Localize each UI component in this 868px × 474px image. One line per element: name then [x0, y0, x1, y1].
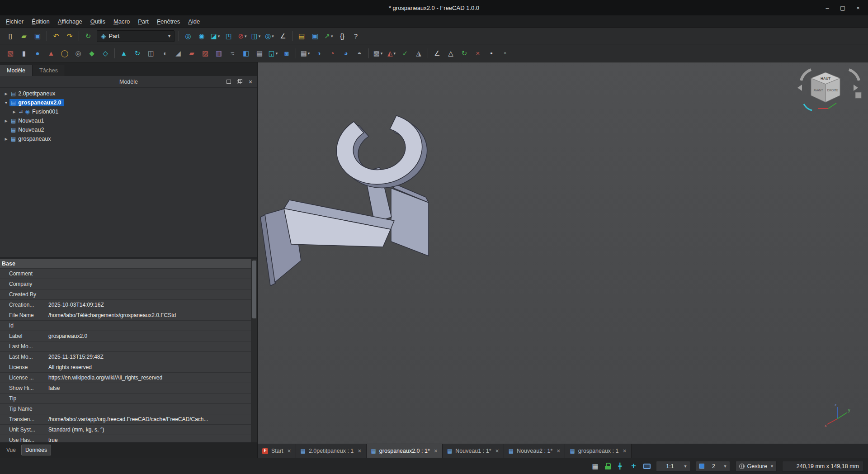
- property-row-transien...[interactable]: Transien.../home/labo/.var/app/org.freec…: [0, 414, 251, 425]
- nav-style-selector[interactable]: Gesture: [736, 461, 777, 472]
- part-fillet-button[interactable]: ◖: [158, 47, 171, 60]
- document-tab-nouveau1-1[interactable]: Nouveau1 : 1*: [443, 444, 504, 458]
- part-defeaturing-button[interactable]: ◮: [412, 47, 425, 60]
- close-button[interactable]: ×: [852, 2, 864, 13]
- macro-stack-button[interactable]: ▤: [295, 30, 308, 43]
- measure-toggle-3d-button[interactable]: ▫: [499, 47, 511, 60]
- part-chamfer-button[interactable]: ◢: [172, 47, 184, 60]
- std-views-button[interactable]: ◫: [250, 30, 262, 43]
- measure-toggle-button[interactable]: ▪: [485, 47, 498, 60]
- menu-fichier[interactable]: Fichier: [2, 15, 28, 28]
- file-new-button[interactable]: ▯: [4, 30, 17, 43]
- tree-item-fusion001[interactable]: Fusion001: [0, 107, 257, 116]
- menu-aide[interactable]: Aide: [184, 15, 204, 28]
- add-selection-icon[interactable]: [630, 462, 638, 470]
- screen-icon[interactable]: [643, 464, 651, 469]
- 3d-model[interactable]: [258, 99, 448, 298]
- expander-icon[interactable]: [3, 101, 9, 105]
- close-tab-icon[interactable]: [287, 447, 291, 455]
- view-fit-selection-button[interactable]: ◉: [195, 30, 208, 43]
- navcube-menu-cube-icon[interactable]: [855, 92, 861, 98]
- maximize-button[interactable]: ▢: [836, 2, 849, 13]
- part-compound-button[interactable]: ▦: [299, 47, 311, 60]
- part-primitives-button[interactable]: ◆: [85, 47, 98, 60]
- property-row-tip-name[interactable]: Tip Name: [0, 404, 251, 414]
- measure-refresh-button[interactable]: ↻: [458, 47, 471, 60]
- menu-part[interactable]: Part: [134, 15, 153, 28]
- property-row-created-by[interactable]: Created By: [0, 289, 251, 300]
- expander-icon[interactable]: [3, 119, 9, 123]
- part-section-button[interactable]: ◧: [240, 47, 252, 60]
- rotate-left-arrow-icon[interactable]: [801, 70, 811, 81]
- document-tab-nouveau2-1[interactable]: Nouveau2 : 1*: [504, 444, 566, 458]
- zoom-tools-button[interactable]: ◎: [263, 30, 276, 43]
- part-extrude-button[interactable]: ▲: [118, 47, 130, 60]
- property-row-company[interactable]: Company: [0, 279, 251, 289]
- part-split-button[interactable]: ◭: [385, 47, 398, 60]
- property-row-unit-syst...[interactable]: Unit Syst...Standard (mm, kg, s, °): [0, 425, 251, 435]
- document-tab-2.0petitpaneux-1[interactable]: 2.0petitpaneux : 1: [296, 444, 367, 458]
- property-row-last-mo...[interactable]: Last Mo...: [0, 341, 251, 352]
- view-sync-button[interactable]: ◳: [222, 30, 235, 43]
- nav-right-ar[interactable]: [854, 85, 858, 91]
- view-refresh-button[interactable]: ↻: [82, 30, 94, 43]
- part-makeface-button[interactable]: ▰: [185, 47, 198, 60]
- property-row-tip[interactable]: Tip: [0, 393, 251, 404]
- part-sweep-button[interactable]: ≈: [226, 47, 239, 60]
- menu-macro[interactable]: Macro: [109, 15, 134, 28]
- dock-close-button[interactable]: [247, 79, 254, 85]
- part-offset-button[interactable]: ◱: [267, 47, 279, 60]
- menu-affichage[interactable]: Affichage: [54, 15, 86, 28]
- close-tab-icon[interactable]: [557, 447, 560, 455]
- property-row-file-name[interactable]: File Name/home/labo/Téléchargements/gros…: [0, 310, 251, 321]
- property-row-use-has...[interactable]: Use Has...true: [0, 435, 251, 442]
- view-fit-all-button[interactable]: ◎: [182, 30, 194, 43]
- close-tab-icon[interactable]: [495, 447, 499, 455]
- tab-vue[interactable]: Vue: [3, 445, 19, 455]
- property-row-creation...[interactable]: Creation...2025-10-03T14:09:16Z: [0, 300, 251, 310]
- draw-style-button[interactable]: ◪: [209, 30, 222, 43]
- file-save-button[interactable]: ▣: [31, 30, 44, 43]
- part-loft-button[interactable]: ▥: [212, 47, 225, 60]
- property-row-license[interactable]: LicenseAll rights reserved: [0, 362, 251, 373]
- property-row-show-hi...[interactable]: Show Hi...false: [0, 383, 251, 393]
- part-intersection-button[interactable]: ◓: [353, 47, 366, 60]
- property-row-id[interactable]: Id: [0, 321, 251, 331]
- workbench-selector[interactable]: ◈Part: [97, 30, 175, 42]
- part-cone-button[interactable]: ▲: [45, 47, 57, 60]
- close-tab-icon[interactable]: [358, 447, 361, 455]
- measure-angular-button[interactable]: △: [444, 47, 457, 60]
- nav-rotate-cw-icon[interactable]: [804, 104, 812, 110]
- measure-button[interactable]: ∠: [277, 30, 289, 43]
- menu-fenetres[interactable]: Fenêtres: [153, 15, 184, 28]
- part-mirror-button[interactable]: ◫: [145, 47, 157, 60]
- part-tube-button[interactable]: ◎: [72, 47, 85, 60]
- dock-overlay-button[interactable]: [236, 79, 243, 85]
- nav-stop-button[interactable]: ⊘: [236, 30, 249, 43]
- part-shapebuilder-button[interactable]: ◇: [99, 47, 112, 60]
- scrollbar-thumb[interactable]: [252, 261, 256, 318]
- navigation-cube[interactable]: HAUT AVANT DROITE: [796, 64, 863, 118]
- menu-edition[interactable]: Édition: [28, 15, 54, 28]
- part-sphere-button[interactable]: ●: [31, 47, 44, 60]
- minimize-button[interactable]: –: [821, 2, 834, 13]
- part-cut-button[interactable]: ◔: [326, 47, 339, 60]
- expander-icon[interactable]: [3, 137, 9, 141]
- close-tab-icon[interactable]: [623, 447, 626, 455]
- property-row-license-...[interactable]: License ...https://en.wikipedia.org/wiki…: [0, 373, 251, 383]
- grid-icon[interactable]: [591, 462, 599, 470]
- part-boolean-button[interactable]: ◑: [312, 47, 325, 60]
- part-check-geometry-button[interactable]: ✓: [399, 47, 411, 60]
- layer-selector[interactable]: 2: [696, 461, 730, 472]
- part-thickness-button[interactable]: ◙: [280, 47, 293, 60]
- part-join-button[interactable]: ▩: [372, 47, 384, 60]
- rotate-right-arrow-icon[interactable]: [849, 70, 859, 81]
- menu-outils[interactable]: Outils: [86, 15, 109, 28]
- part-union-button[interactable]: ◕: [340, 47, 352, 60]
- scale-selector[interactable]: 1:1: [656, 461, 690, 472]
- part-ruled-surface-button[interactable]: ▨: [199, 47, 212, 60]
- measure-linear-button[interactable]: ∠: [431, 47, 443, 60]
- document-tab-grospaneaux-1[interactable]: grospaneaux : 1: [565, 444, 631, 458]
- edit-redo-button[interactable]: ↷: [63, 30, 76, 43]
- property-row-comment[interactable]: Comment: [0, 269, 251, 279]
